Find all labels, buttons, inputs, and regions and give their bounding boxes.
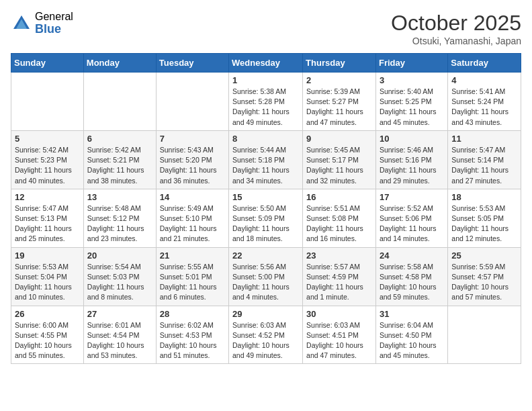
day-info: Sunrise: 6:02 AM Sunset: 4:53 PM Dayligh… bbox=[160, 320, 225, 361]
day-info: Sunrise: 5:45 AM Sunset: 5:17 PM Dayligh… bbox=[306, 145, 372, 186]
day-info: Sunrise: 5:53 AM Sunset: 5:04 PM Dayligh… bbox=[15, 262, 80, 303]
day-info: Sunrise: 5:57 AM Sunset: 4:59 PM Dayligh… bbox=[306, 262, 372, 303]
day-number: 26 bbox=[15, 309, 80, 319]
weekday-header-monday: Monday bbox=[83, 54, 156, 73]
day-number: 3 bbox=[380, 75, 444, 85]
day-info: Sunrise: 5:49 AM Sunset: 5:10 PM Dayligh… bbox=[160, 203, 225, 244]
day-info: Sunrise: 5:54 AM Sunset: 5:03 PM Dayligh… bbox=[87, 262, 152, 303]
page-header: General Blue October 2025 Otsuki, Yamana… bbox=[11, 11, 521, 46]
day-number: 9 bbox=[306, 134, 372, 144]
calendar-cell: 3Sunrise: 5:40 AM Sunset: 5:25 PM Daylig… bbox=[375, 73, 447, 131]
calendar-cell: 13Sunrise: 5:48 AM Sunset: 5:12 PM Dayli… bbox=[83, 189, 156, 247]
calendar-cell: 19Sunrise: 5:53 AM Sunset: 5:04 PM Dayli… bbox=[11, 247, 84, 306]
calendar-cell: 4Sunrise: 5:41 AM Sunset: 5:24 PM Daylig… bbox=[448, 73, 521, 131]
calendar-cell: 23Sunrise: 5:57 AM Sunset: 4:59 PM Dayli… bbox=[303, 247, 376, 306]
day-info: Sunrise: 5:51 AM Sunset: 5:08 PM Dayligh… bbox=[306, 203, 372, 244]
calendar-table: SundayMondayTuesdayWednesdayThursdayFrid… bbox=[11, 53, 521, 364]
calendar-cell: 17Sunrise: 5:52 AM Sunset: 5:06 PM Dayli… bbox=[375, 189, 447, 247]
day-number: 23 bbox=[306, 250, 372, 261]
day-number: 29 bbox=[232, 309, 299, 319]
calendar-cell bbox=[448, 306, 521, 364]
day-number: 24 bbox=[380, 250, 444, 261]
logo-icon bbox=[11, 13, 32, 34]
calendar-cell: 26Sunrise: 6:00 AM Sunset: 4:55 PM Dayli… bbox=[11, 306, 84, 364]
day-info: Sunrise: 5:52 AM Sunset: 5:06 PM Dayligh… bbox=[380, 203, 444, 244]
day-number: 21 bbox=[160, 250, 225, 261]
calendar-cell: 9Sunrise: 5:45 AM Sunset: 5:17 PM Daylig… bbox=[303, 130, 376, 189]
day-number: 31 bbox=[380, 309, 444, 319]
day-number: 8 bbox=[232, 134, 299, 144]
day-number: 2 bbox=[306, 75, 372, 85]
calendar-cell: 8Sunrise: 5:44 AM Sunset: 5:18 PM Daylig… bbox=[229, 130, 303, 189]
calendar-cell: 16Sunrise: 5:51 AM Sunset: 5:08 PM Dayli… bbox=[303, 189, 376, 247]
day-number: 11 bbox=[451, 134, 517, 144]
calendar-cell: 31Sunrise: 6:04 AM Sunset: 4:50 PM Dayli… bbox=[375, 306, 447, 364]
day-number: 15 bbox=[232, 192, 299, 202]
day-number: 25 bbox=[451, 250, 517, 261]
calendar-cell bbox=[83, 73, 156, 131]
calendar-week-row: 26Sunrise: 6:00 AM Sunset: 4:55 PM Dayli… bbox=[11, 306, 521, 364]
day-info: Sunrise: 5:44 AM Sunset: 5:18 PM Dayligh… bbox=[232, 145, 299, 186]
day-info: Sunrise: 5:40 AM Sunset: 5:25 PM Dayligh… bbox=[380, 87, 444, 128]
day-number: 1 bbox=[232, 75, 299, 85]
day-info: Sunrise: 5:39 AM Sunset: 5:27 PM Dayligh… bbox=[306, 87, 372, 128]
title-section: October 2025 Otsuki, Yamanashi, Japan bbox=[391, 11, 521, 46]
day-number: 4 bbox=[451, 75, 517, 85]
day-number: 6 bbox=[87, 134, 152, 144]
day-number: 7 bbox=[160, 134, 225, 144]
calendar-cell: 1Sunrise: 5:38 AM Sunset: 5:28 PM Daylig… bbox=[229, 73, 303, 131]
day-number: 18 bbox=[451, 192, 517, 202]
day-info: Sunrise: 5:41 AM Sunset: 5:24 PM Dayligh… bbox=[451, 87, 517, 128]
calendar-cell: 18Sunrise: 5:53 AM Sunset: 5:05 PM Dayli… bbox=[448, 189, 521, 247]
weekday-header-friday: Friday bbox=[375, 54, 447, 73]
day-number: 10 bbox=[380, 134, 444, 144]
month-title: October 2025 bbox=[391, 11, 521, 36]
day-info: Sunrise: 5:42 AM Sunset: 5:23 PM Dayligh… bbox=[15, 145, 80, 186]
day-info: Sunrise: 6:01 AM Sunset: 4:54 PM Dayligh… bbox=[87, 320, 152, 361]
weekday-header-wednesday: Wednesday bbox=[229, 54, 303, 73]
day-info: Sunrise: 6:03 AM Sunset: 4:51 PM Dayligh… bbox=[306, 320, 372, 361]
calendar-week-row: 1Sunrise: 5:38 AM Sunset: 5:28 PM Daylig… bbox=[11, 73, 521, 131]
calendar-cell: 11Sunrise: 5:47 AM Sunset: 5:14 PM Dayli… bbox=[448, 130, 521, 189]
day-info: Sunrise: 6:03 AM Sunset: 4:52 PM Dayligh… bbox=[232, 320, 299, 361]
day-number: 17 bbox=[380, 192, 444, 202]
day-info: Sunrise: 5:43 AM Sunset: 5:20 PM Dayligh… bbox=[160, 145, 225, 186]
day-number: 5 bbox=[15, 134, 80, 144]
calendar-cell bbox=[11, 73, 84, 131]
day-number: 30 bbox=[306, 309, 372, 319]
logo-text: General Blue bbox=[35, 11, 73, 36]
calendar-cell: 28Sunrise: 6:02 AM Sunset: 4:53 PM Dayli… bbox=[156, 306, 228, 364]
day-info: Sunrise: 5:59 AM Sunset: 4:57 PM Dayligh… bbox=[451, 262, 517, 303]
day-info: Sunrise: 5:53 AM Sunset: 5:05 PM Dayligh… bbox=[451, 203, 517, 244]
calendar-cell: 5Sunrise: 5:42 AM Sunset: 5:23 PM Daylig… bbox=[11, 130, 84, 189]
weekday-header-tuesday: Tuesday bbox=[156, 54, 228, 73]
day-info: Sunrise: 5:38 AM Sunset: 5:28 PM Dayligh… bbox=[232, 87, 299, 128]
logo-blue: Blue bbox=[35, 23, 73, 36]
day-number: 27 bbox=[87, 309, 152, 319]
day-info: Sunrise: 5:50 AM Sunset: 5:09 PM Dayligh… bbox=[232, 203, 299, 244]
day-number: 14 bbox=[160, 192, 225, 202]
calendar-header-row: SundayMondayTuesdayWednesdayThursdayFrid… bbox=[11, 54, 521, 73]
calendar-cell: 22Sunrise: 5:56 AM Sunset: 5:00 PM Dayli… bbox=[229, 247, 303, 306]
day-info: Sunrise: 5:56 AM Sunset: 5:00 PM Dayligh… bbox=[232, 262, 299, 303]
location: Otsuki, Yamanashi, Japan bbox=[391, 36, 521, 46]
day-number: 16 bbox=[306, 192, 372, 202]
day-info: Sunrise: 5:46 AM Sunset: 5:16 PM Dayligh… bbox=[380, 145, 444, 186]
day-info: Sunrise: 5:47 AM Sunset: 5:13 PM Dayligh… bbox=[15, 203, 80, 244]
calendar-week-row: 19Sunrise: 5:53 AM Sunset: 5:04 PM Dayli… bbox=[11, 247, 521, 306]
day-info: Sunrise: 5:58 AM Sunset: 4:58 PM Dayligh… bbox=[380, 262, 444, 303]
logo-general: General bbox=[35, 11, 73, 23]
calendar-cell: 12Sunrise: 5:47 AM Sunset: 5:13 PM Dayli… bbox=[11, 189, 84, 247]
weekday-header-sunday: Sunday bbox=[11, 54, 84, 73]
calendar-week-row: 5Sunrise: 5:42 AM Sunset: 5:23 PM Daylig… bbox=[11, 130, 521, 189]
weekday-header-thursday: Thursday bbox=[303, 54, 376, 73]
calendar-cell: 27Sunrise: 6:01 AM Sunset: 4:54 PM Dayli… bbox=[83, 306, 156, 364]
day-number: 28 bbox=[160, 309, 225, 319]
calendar-cell: 2Sunrise: 5:39 AM Sunset: 5:27 PM Daylig… bbox=[303, 73, 376, 131]
day-info: Sunrise: 5:48 AM Sunset: 5:12 PM Dayligh… bbox=[87, 203, 152, 244]
logo: General Blue bbox=[11, 11, 73, 36]
calendar-cell: 20Sunrise: 5:54 AM Sunset: 5:03 PM Dayli… bbox=[83, 247, 156, 306]
day-info: Sunrise: 5:42 AM Sunset: 5:21 PM Dayligh… bbox=[87, 145, 152, 186]
calendar-cell: 30Sunrise: 6:03 AM Sunset: 4:51 PM Dayli… bbox=[303, 306, 376, 364]
calendar-week-row: 12Sunrise: 5:47 AM Sunset: 5:13 PM Dayli… bbox=[11, 189, 521, 247]
